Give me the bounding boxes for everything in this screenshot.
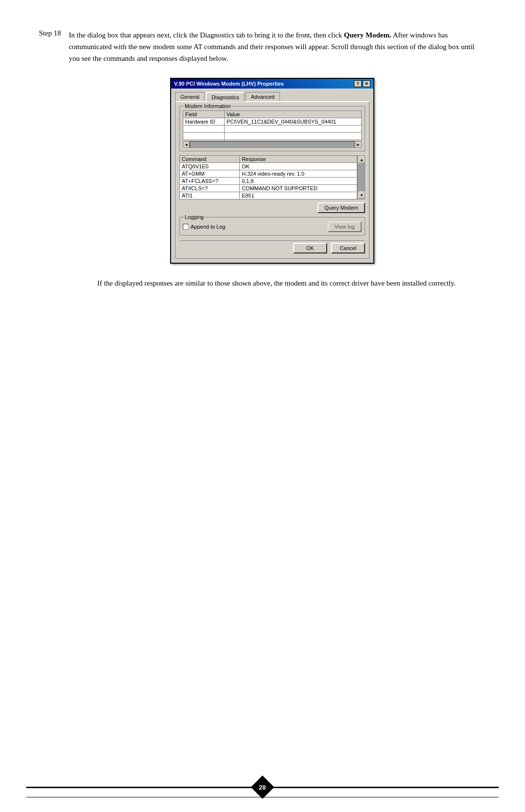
h-scrollbar-track[interactable] (190, 141, 355, 148)
step-text-bold: Query Modem. (344, 31, 391, 39)
col-command: Command (180, 156, 240, 163)
view-log-button[interactable]: View log (328, 221, 362, 232)
dialog-titlebar: V.90 PCI Windows Modem (LHV) Properties … (171, 79, 373, 89)
tab-general[interactable]: General (175, 92, 205, 102)
append-log-checkbox[interactable] (183, 224, 189, 230)
scroll-right-arrow[interactable]: ► (355, 141, 362, 148)
append-log-row: Append to Log (183, 224, 226, 230)
dialog-title: V.90 PCI Windows Modem (LHV) Properties (174, 81, 284, 87)
footer-row: 28 (26, 779, 499, 795)
ok-button[interactable]: OK (293, 243, 327, 253)
empty-row-1 (183, 126, 362, 133)
dialog-container: V.90 PCI Windows Modem (LHV) Properties … (58, 78, 486, 264)
cmd-3: AT+FCLASS=? (180, 178, 240, 185)
cancel-button[interactable]: Cancel (331, 243, 365, 253)
query-row: Query Modem (179, 202, 365, 213)
cmd-table: Command Response ATQ0V1E0 OK AT+GMM H.32… (179, 155, 357, 199)
h-scrollbar-row: ◄ ► (183, 141, 362, 148)
cmd-response-section: Command Response ATQ0V1E0 OK AT+GMM H.32… (179, 155, 365, 199)
step-text: In the dialog box that appears next, cli… (69, 29, 486, 64)
table-row: AT+FCLASS=? 0,1,8 (180, 178, 357, 185)
modem-info-table: Field Value Hardware ID PCI\VEN_11C1&DEV… (183, 110, 362, 140)
logging-row: Append to Log View log (183, 221, 362, 232)
resp-1: OK (240, 163, 357, 170)
append-log-label: Append to Log (191, 224, 226, 230)
tab-diagnostics[interactable]: Diagnostics (206, 92, 245, 102)
cmd-2: AT+GMM (180, 170, 240, 178)
hardware-id-field: Hardware ID (183, 118, 225, 126)
help-button[interactable]: ? (354, 80, 362, 87)
cmd-1: ATQ0V1E0 (180, 163, 240, 170)
col-response: Response (240, 156, 357, 163)
after-text: If the displayed responses are similar t… (97, 277, 486, 289)
v-scrollbar: ▲ ▼ (357, 155, 365, 199)
table-row: ATQ0V1E0 OK (180, 163, 357, 170)
step-number: Step 18 (39, 29, 61, 64)
modem-info-group: Modem Information Field Value Hardware I… (179, 106, 365, 151)
table-row: AT#CLS=? COMMAND NOT SUPPORTED (180, 185, 357, 192)
cmd-4: AT#CLS=? (180, 185, 240, 192)
resp-5: E851 (240, 192, 357, 199)
dialog-buttons: OK Cancel (179, 240, 365, 254)
col-value: Value (225, 111, 362, 118)
footer-line-left (26, 787, 254, 788)
close-button[interactable]: ✕ (363, 80, 370, 87)
scroll-up-arrow[interactable]: ▲ (358, 156, 365, 163)
dialog-body: General Diagnostics Advanced Modem Infor… (171, 89, 373, 263)
cmd-table-wrapper: Command Response ATQ0V1E0 OK AT+GMM H.32… (179, 155, 365, 199)
logging-group: Logging Append to Log View log (179, 217, 365, 235)
empty-row-2 (183, 133, 362, 140)
cmd-5: ATI1 (180, 192, 240, 199)
page-number: 28 (259, 784, 266, 791)
tab-row: General Diagnostics Advanced (175, 91, 369, 101)
page-footer: 28 (0, 779, 525, 797)
footer-diamond: 28 (251, 776, 274, 799)
table-row: Hardware ID PCI\VEN_11C1&DEV_0440&SUBSYS… (183, 118, 362, 126)
tab-advanced[interactable]: Advanced (245, 92, 280, 102)
table-row: AT+GMM H.324 video-ready rev. 1.0 (180, 170, 357, 178)
hardware-id-value: PCI\VEN_11C1&DEV_0440&SUBSYS_04401 (225, 118, 362, 126)
footer-line-right (271, 787, 499, 788)
modem-info-label: Modem Information (184, 103, 232, 109)
scroll-down-arrow[interactable]: ▼ (358, 192, 365, 198)
table-row: ATI1 E851 (180, 192, 357, 199)
resp-2: H.324 video-ready rev. 1.0 (240, 170, 357, 178)
query-modem-button[interactable]: Query Modem (317, 202, 365, 213)
col-field: Field (183, 111, 225, 118)
resp-3: 0,1,8 (240, 178, 357, 185)
tab-content: Modem Information Field Value Hardware I… (175, 101, 369, 259)
step-18-block: Step 18 In the dialog box that appears n… (39, 29, 486, 64)
logging-label: Logging (184, 214, 205, 220)
resp-4: COMMAND NOT SUPPORTED (240, 185, 357, 192)
dialog-box: V.90 PCI Windows Modem (LHV) Properties … (170, 78, 374, 264)
titlebar-buttons: ? ✕ (354, 80, 370, 87)
scroll-left-arrow[interactable]: ◄ (183, 141, 190, 148)
step-text-part1: In the dialog box that appears next, cli… (69, 31, 344, 39)
v-scroll-track[interactable] (358, 163, 365, 191)
